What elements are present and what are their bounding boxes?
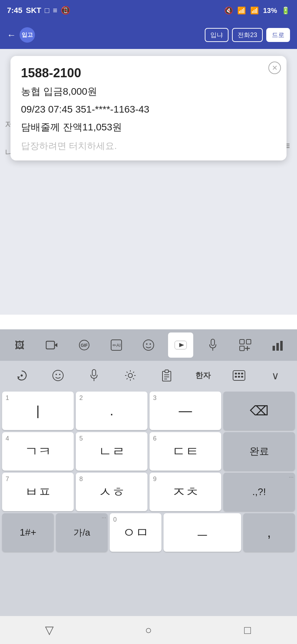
status-bar: 7:45 SKT □ ≡ 📵 🔇 📶 📶 13% 🔋: [0, 0, 297, 21]
video-icon[interactable]: [39, 332, 64, 358]
main-content: ✕ 1588-2100 농협 입금8,000원 09/23 07:45 351-…: [0, 49, 297, 315]
svg-rect-11: [211, 339, 215, 345]
svg-point-7: [146, 343, 147, 345]
youtube-icon[interactable]: [168, 332, 193, 358]
sticker-icon[interactable]: [136, 332, 161, 358]
svg-rect-0: [46, 341, 55, 349]
wifi-icon: 📶: [237, 6, 246, 15]
sim-icon: □: [45, 6, 49, 15]
svg-rect-35: [235, 373, 237, 374]
svg-rect-26: [92, 370, 96, 376]
svg-rect-19: [276, 343, 279, 351]
key-3[interactable]: 3 —: [150, 392, 221, 430]
keyboard-layout-icon[interactable]: [227, 364, 251, 387]
svg-point-25: [59, 374, 60, 375]
svg-rect-13: [240, 339, 244, 344]
svg-rect-15: [240, 346, 244, 351]
keyboard-row-1: 1 | 2 . 3 — ⌫: [2, 392, 295, 430]
key-5[interactable]: 5 ㄴㄹ: [76, 432, 147, 471]
svg-rect-40: [241, 376, 243, 378]
key-symbols[interactable]: 1#+: [2, 513, 54, 552]
svg-text:✏AI: ✏AI: [113, 343, 121, 348]
svg-point-23: [53, 370, 63, 381]
key-2[interactable]: 2 .: [76, 392, 147, 430]
nav-bar: ▽ ○ □: [0, 616, 297, 644]
back-nav-button[interactable]: ▽: [39, 620, 60, 641]
keyboard-row-4: 1#+ ··· 가/a 0 ㅇㅁ ㅡ ,: [2, 513, 295, 552]
svg-rect-30: [165, 370, 168, 373]
key-1[interactable]: 1 |: [2, 392, 74, 430]
keyboard-container: 🖼 GIF ✏AI: [0, 329, 297, 644]
home-nav-button[interactable]: ○: [138, 620, 159, 641]
status-left: 7:45 SKT □ ≡ 📵: [7, 6, 70, 15]
keyboard-row-2: 4 ㄱㅋ 5 ㄴㄹ 6 ㄷㅌ 완료: [2, 432, 295, 471]
notification-popup[interactable]: ✕ 1588-2100 농협 입금8,000원 09/23 07:45 351-…: [10, 56, 287, 160]
key-space[interactable]: ㅡ: [164, 513, 241, 552]
popup-close-button[interactable]: ✕: [268, 62, 281, 74]
mic-icon[interactable]: [200, 332, 225, 358]
emoji-icon[interactable]: [46, 364, 70, 387]
key-punctuation[interactable]: ··· .,?!: [223, 473, 295, 511]
collapse-keyboard-icon[interactable]: ∨: [263, 364, 288, 387]
notification-line3: 담배줄께 잔액11,053원: [21, 120, 276, 135]
key-done[interactable]: 완료: [223, 432, 295, 471]
svg-rect-18: [273, 346, 275, 351]
call-icon: 📵: [61, 6, 70, 15]
header-btn-3[interactable]: 드로: [266, 28, 290, 42]
key-8[interactable]: 8 ㅅㅎ: [76, 473, 147, 511]
carrier: SKT: [26, 6, 41, 15]
signal-bars-icon: 📶: [250, 6, 259, 15]
image-icon[interactable]: 🖼: [7, 332, 32, 358]
key-backspace[interactable]: ⌫: [223, 392, 295, 430]
svg-point-8: [150, 343, 151, 345]
grid-plus-icon[interactable]: [233, 332, 258, 358]
svg-point-28: [128, 373, 132, 378]
key-lang-switch[interactable]: ··· 가/a: [56, 513, 108, 552]
header-btn-1[interactable]: 입냐: [205, 28, 229, 42]
app-header-left: ← 입고: [7, 27, 35, 43]
rotate-lang-icon[interactable]: [9, 364, 34, 387]
key-0[interactable]: 0 ㅇㅁ: [110, 513, 161, 552]
key-4[interactable]: 4 ㄱㅋ: [2, 432, 74, 471]
svg-point-6: [143, 340, 154, 350]
gif-icon[interactable]: GIF: [72, 332, 97, 358]
svg-rect-20: [280, 341, 283, 351]
edit-ai-icon[interactable]: ✏AI: [104, 332, 129, 358]
hanja-icon[interactable]: 한자: [191, 364, 215, 387]
keyboard-row-3: 7 ㅂㅍ 8 ㅅㅎ 9 ㅈㅊ ··· .,?!: [2, 473, 295, 511]
notification-line2: 09/23 07:45 351-****-1163-43: [21, 102, 276, 117]
svg-marker-21: [17, 377, 20, 379]
profile-avatar[interactable]: 입고: [20, 27, 35, 43]
keyboard-keys: 1 | 2 . 3 — ⌫ 4 ㄱㅋ 5 ㄴㄹ: [0, 390, 297, 553]
clipboard-icon[interactable]: [154, 364, 179, 387]
svg-rect-37: [241, 373, 243, 374]
svg-rect-14: [246, 339, 251, 344]
battery: 13%: [263, 7, 277, 15]
key-comma[interactable]: ,: [243, 513, 295, 552]
svg-rect-38: [235, 376, 237, 378]
time: 7:45: [7, 6, 22, 15]
keyboard-toolbar2: 한자 ∨: [0, 361, 297, 390]
recent-nav-button[interactable]: □: [237, 620, 258, 641]
back-button[interactable]: ←: [7, 30, 16, 41]
svg-rect-36: [238, 373, 240, 374]
key-7[interactable]: 7 ㅂㅍ: [2, 473, 74, 511]
mute-icon: 🔇: [224, 6, 233, 15]
app-header: ← 입고 입냐 전화23 드로: [0, 21, 297, 49]
chart-icon[interactable]: [265, 332, 290, 358]
header-btn-2[interactable]: 전화23: [232, 28, 263, 42]
svg-point-22: [21, 374, 23, 377]
keyboard-toolbar: 🖼 GIF ✏AI: [0, 329, 297, 361]
svg-point-24: [56, 374, 57, 375]
status-right: 🔇 📶 📶 13% 🔋: [224, 6, 290, 15]
signal-icon: ≡: [53, 6, 57, 15]
key-9[interactable]: 9 ㅈㅊ: [150, 473, 221, 511]
battery-icon: 🔋: [281, 6, 290, 15]
svg-text:GIF: GIF: [81, 343, 88, 348]
settings-icon[interactable]: [118, 364, 143, 387]
notification-phone: 1588-2100: [21, 66, 276, 80]
notification-reply-hint[interactable]: 답장하려면 터치하세요.: [21, 140, 276, 152]
svg-rect-34: [233, 371, 245, 380]
key-6[interactable]: 6 ㄷㅌ: [150, 432, 221, 471]
microphone2-icon[interactable]: [82, 364, 106, 387]
